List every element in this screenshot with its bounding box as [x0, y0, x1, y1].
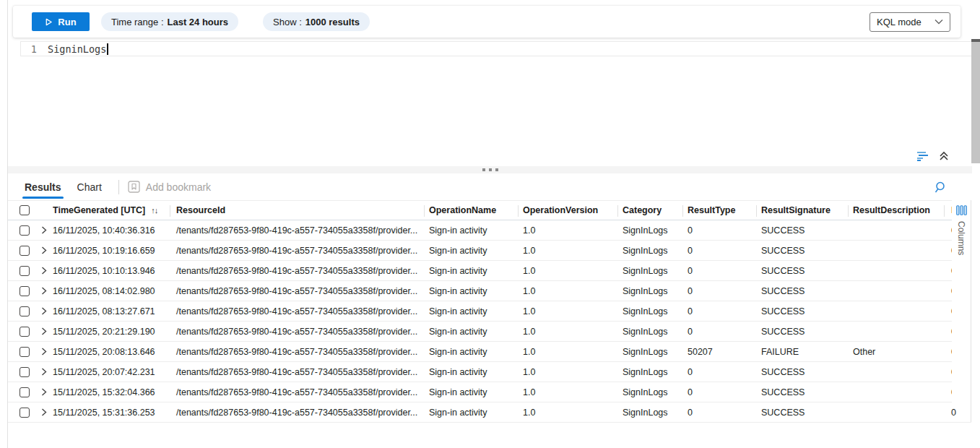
show-results-picker[interactable]: Show : 1000 results	[263, 12, 370, 31]
cell-resource-id: /tenants/fd287653-9f80-419c-a557-734055a…	[170, 342, 424, 361]
header-result-description[interactable]: ResultDescription	[848, 201, 944, 220]
row-checkbox[interactable]	[19, 327, 30, 337]
editor-scrollbar[interactable]	[971, 39, 980, 166]
columns-icon	[956, 205, 967, 215]
header-resource-id[interactable]: ResourceId	[170, 201, 424, 220]
row-expand-chevron[interactable]	[41, 220, 53, 240]
cell-operation-name: Sign-in activity	[424, 281, 518, 301]
row-expand-chevron[interactable]	[41, 322, 53, 341]
search-results-icon[interactable]	[934, 180, 948, 194]
header-result-signature[interactable]: ResultSignature	[756, 201, 848, 220]
scrollbar-thumb[interactable]	[971, 42, 980, 163]
cell-operation-version: 1.0	[518, 220, 617, 240]
cell-resource-id: /tenants/fd287653-9f80-419c-a557-734055a…	[170, 241, 424, 260]
cell-operation-name: Sign-in activity	[424, 301, 518, 321]
add-bookmark-button[interactable]: Add bookmark	[128, 181, 211, 193]
cell-result-description	[848, 322, 944, 341]
table-row[interactable]: 16/11/2025, 08:13:27.671 /tenants/fd2876…	[8, 301, 971, 322]
row-checkbox[interactable]	[19, 347, 30, 357]
columns-pane-toggle[interactable]: Columns	[952, 200, 971, 403]
editor-current-line[interactable]: 1 SigninLogs	[20, 41, 980, 56]
time-range-picker[interactable]: Time range : Last 24 hours	[101, 12, 238, 31]
tab-chart[interactable]: Chart	[69, 173, 110, 200]
table-row[interactable]: 15/11/2025, 15:31:36.253 /tenants/fd2876…	[8, 402, 971, 423]
cell-resource-id: /tenants/fd287653-9f80-419c-a557-734055a…	[170, 281, 424, 301]
table-row[interactable]: 16/11/2025, 10:19:16.659 /tenants/fd2876…	[8, 241, 971, 261]
cell-operation-version: 1.0	[518, 261, 617, 280]
resize-dot	[482, 168, 485, 171]
row-checkbox[interactable]	[19, 306, 30, 316]
table-row[interactable]: 15/11/2025, 20:07:42.231 /tenants/fd2876…	[8, 362, 971, 382]
table-row[interactable]: 16/11/2025, 10:10:13.946 /tenants/fd2876…	[8, 261, 971, 281]
row-expand-chevron[interactable]	[41, 342, 53, 361]
cell-result-signature: SUCCESS	[756, 220, 848, 240]
row-checkbox[interactable]	[19, 286, 30, 296]
show-label: Show :	[273, 17, 302, 27]
cell-result-type: 0	[682, 362, 756, 382]
cell-resource-id: /tenants/fd287653-9f80-419c-a557-734055a…	[170, 382, 424, 402]
run-button[interactable]: Run	[32, 12, 90, 31]
cell-result-type: 0	[682, 322, 756, 341]
row-checkbox[interactable]	[19, 225, 30, 236]
table-row[interactable]: 15/11/2025, 20:21:29.190 /tenants/fd2876…	[8, 322, 971, 342]
cell-resource-id: /tenants/fd287653-9f80-419c-a557-734055a…	[170, 362, 424, 382]
header-category[interactable]: Category	[617, 201, 682, 220]
tab-results[interactable]: Results	[17, 173, 69, 200]
table-row[interactable]: 15/11/2025, 15:32:04.366 /tenants/fd2876…	[8, 382, 971, 402]
query-editor[interactable]: 1 SigninLogs	[8, 38, 980, 166]
table-row[interactable]: 16/11/2025, 08:14:02.980 /tenants/fd2876…	[8, 281, 971, 301]
table-row[interactable]: 16/11/2025, 10:40:36.316 /tenants/fd2876…	[8, 220, 971, 241]
results-tabbar: Results Chart Add bookmark	[8, 173, 971, 200]
results-table: TimeGenerated [UTC] ↑↓ ResourceId Operat…	[8, 200, 971, 423]
cell-category: SignInLogs	[617, 220, 682, 240]
header-result-type[interactable]: ResultType	[682, 201, 756, 220]
cell-operation-name: Sign-in activity	[424, 261, 518, 280]
kql-mode-dropdown[interactable]: KQL mode	[870, 12, 950, 32]
cell-operation-version: 1.0	[518, 322, 617, 341]
header-time-generated[interactable]: TimeGenerated [UTC] ↑↓	[53, 201, 170, 220]
header-operation-name[interactable]: OperationName	[424, 201, 518, 220]
row-expand-chevron[interactable]	[41, 281, 53, 301]
row-checkbox[interactable]	[19, 367, 30, 377]
format-query-icon[interactable]	[915, 149, 929, 163]
columns-pane-label: Columns	[956, 221, 966, 255]
cell-result-type: 0	[682, 261, 756, 280]
cell-resource-id: /tenants/fd287653-9f80-419c-a557-734055a…	[170, 301, 424, 321]
cell-result-description	[848, 382, 944, 402]
row-expand-chevron[interactable]	[41, 261, 53, 280]
row-expand-chevron[interactable]	[41, 382, 53, 402]
row-checkbox[interactable]	[19, 246, 30, 256]
cell-operation-version: 1.0	[518, 362, 617, 382]
add-bookmark-label: Add bookmark	[146, 181, 211, 193]
query-toolbar: Run Time range : Last 24 hours Show : 10…	[13, 6, 961, 38]
cell-operation-name: Sign-in activity	[424, 402, 518, 422]
cell-category: SignInLogs	[617, 301, 682, 321]
collapse-editor-icon[interactable]	[937, 149, 951, 163]
time-range-label: Time range :	[111, 17, 164, 27]
cell-category: SignInLogs	[617, 261, 682, 280]
row-expand-chevron[interactable]	[41, 241, 53, 260]
tab-results-label: Results	[25, 181, 61, 193]
cell-category: SignInLogs	[617, 281, 682, 301]
row-expand-chevron[interactable]	[41, 402, 53, 422]
row-expand-chevron[interactable]	[41, 301, 53, 321]
row-checkbox[interactable]	[19, 387, 30, 397]
table-row[interactable]: 15/11/2025, 20:08:13.646 /tenants/fd2876…	[8, 342, 971, 362]
cell-result-description	[848, 362, 944, 382]
row-expand-chevron[interactable]	[41, 362, 53, 382]
cell-operation-version: 1.0	[518, 281, 617, 301]
cell-resource-id: /tenants/fd287653-9f80-419c-a557-734055a…	[170, 402, 424, 422]
cell-time-generated: 15/11/2025, 20:21:29.190	[53, 322, 170, 341]
header-operation-version[interactable]: OperationVersion	[518, 201, 617, 220]
sort-icon[interactable]: ↑↓	[151, 206, 157, 215]
cell-result-signature: SUCCESS	[756, 281, 848, 301]
cell-operation-version: 1.0	[518, 402, 617, 422]
cell-category: SignInLogs	[617, 362, 682, 382]
select-all-checkbox[interactable]	[19, 205, 30, 215]
row-checkbox[interactable]	[19, 266, 30, 276]
tab-chart-label: Chart	[77, 181, 102, 193]
panel-resize-handle[interactable]	[8, 166, 972, 173]
cell-resource-id: /tenants/fd287653-9f80-419c-a557-734055a…	[170, 220, 424, 240]
cell-time-generated: 16/11/2025, 10:19:16.659	[53, 241, 170, 260]
row-checkbox[interactable]	[19, 408, 30, 418]
